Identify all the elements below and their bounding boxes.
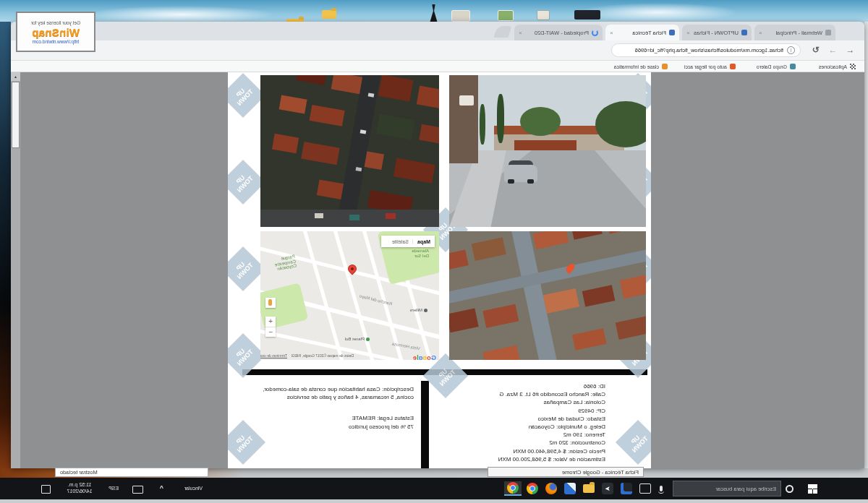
tab-close-icon[interactable]: ×: [759, 30, 762, 36]
desktop-icon-image[interactable]: [451, 10, 470, 22]
scrollbar-up-arrow[interactable]: ▲: [11, 72, 20, 81]
google-logo: Google: [413, 350, 436, 360]
search-placeholder: Escribe aquí para buscar: [716, 486, 776, 492]
satellite-button[interactable]: Satélite: [388, 239, 413, 244]
bookmark-aplicaciones[interactable]: Aplicaciones: [819, 62, 856, 71]
microphone-button[interactable]: [652, 481, 670, 496]
navigation-bar: ← → ↻ i fichas.1gcom.mx/modulos/fichas/s…: [11, 40, 864, 61]
desktop-wallpaper-edge: [0, 22, 11, 478]
desktop-icon-image[interactable]: [498, 10, 514, 21]
zoom-control[interactable]: + −: [265, 317, 276, 337]
tab-close-icon[interactable]: ×: [519, 30, 522, 36]
roof-block: [376, 113, 415, 139]
scrollbar-thumb[interactable]: [12, 82, 20, 148]
clock-date: 14/06/2017: [59, 489, 100, 495]
back-button[interactable]: ←: [846, 45, 854, 55]
google-map[interactable]: Alameda Del Sur Parque Campestre Coyoacá…: [260, 231, 439, 360]
desktop-icon-image[interactable]: [537, 10, 550, 20]
map-terms-link[interactable]: Términos de uso: [260, 353, 287, 358]
winsnap-line1: Get your license key for: [31, 20, 80, 25]
map-poi-millers[interactable]: Millers: [410, 308, 427, 312]
reload-button[interactable]: ↻: [812, 45, 820, 55]
map-park-label: Alameda Del Sur: [412, 249, 429, 258]
detail-line: Estado: Ciudad de México: [428, 415, 605, 423]
roof-block: [582, 285, 616, 306]
firefox-button[interactable]: [542, 481, 560, 496]
tab-webmail[interactable]: Webmail - Principal ×: [754, 25, 835, 40]
photo-balcony: [459, 95, 474, 106]
parked-car: [349, 215, 359, 220]
new-tab-button[interactable]: [493, 26, 511, 38]
desktop-edge-sliver: [864, 22, 868, 478]
roof-block: [570, 231, 603, 240]
start-button[interactable]: [804, 481, 822, 496]
aerial-rotated-layer: [449, 231, 646, 360]
uptown-watermark: UPTOWN: [616, 420, 651, 465]
aerial-photo-pin: [449, 231, 646, 360]
desktop-icon[interactable]: [574, 10, 600, 20]
property-description: Descripción: Casa habitación que consta …: [250, 385, 414, 431]
tray-chevron-icon[interactable]: ^: [160, 484, 163, 491]
tab-propiedad[interactable]: Propiedad - WAIT-D20 ×: [514, 25, 603, 40]
file-explorer-button[interactable]: [580, 481, 597, 496]
tab-close-icon[interactable]: ×: [610, 30, 613, 36]
car-wheel: [508, 179, 514, 184]
clock-time: 11:52 p.m.: [59, 482, 100, 489]
lock-icon: [825, 30, 831, 35]
roof-block: [533, 231, 569, 249]
bookmark-grupo[interactable]: Grupo Dalero: [757, 62, 796, 71]
scrollbar[interactable]: ▲: [11, 72, 20, 468]
roof-block: [482, 345, 520, 360]
tab-label: UPTOWN - Fichas Técn: [693, 30, 739, 36]
chrome-button-active[interactable]: [504, 481, 522, 496]
omnibox[interactable]: i fichas.1gcom.mx/modulos/fichas/show_fi…: [611, 43, 801, 57]
page-info-icon[interactable]: i: [787, 46, 795, 54]
tab-ficha-tecnica-active[interactable]: Ficha Técnica ×: [605, 25, 679, 40]
taskbar-app-blue[interactable]: [561, 481, 579, 496]
tray-link-label[interactable]: Vincular: [184, 486, 203, 491]
zoom-out-button[interactable]: −: [265, 327, 276, 338]
forward-button[interactable]: →: [828, 45, 837, 55]
task-view-button[interactable]: [637, 481, 654, 496]
taskbar-app-mail[interactable]: [618, 481, 635, 496]
screen-bottom-strip: [0, 499, 868, 503]
poi-dot-icon: [424, 309, 427, 312]
bookmark-favicon: [790, 64, 796, 69]
taskbar-clock[interactable]: 11:52 p.m. 14/06/2017: [59, 482, 100, 494]
parked-car: [386, 213, 396, 219]
map-button[interactable]: Mapa: [413, 239, 435, 244]
taskbar-app-pointer[interactable]: ➤: [599, 481, 616, 496]
map-poi-planet-bol[interactable]: Planet Bol: [345, 337, 370, 341]
chrome-icon: [507, 482, 519, 494]
taskbar-search-input[interactable]: Escribe aquí para buscar: [673, 481, 781, 496]
zoom-in-button[interactable]: +: [265, 317, 276, 327]
map-type-control[interactable]: Mapa Satélite: [381, 236, 435, 247]
google-letter: G: [431, 354, 436, 360]
roof-block: [417, 86, 439, 111]
roof-block: [272, 134, 299, 154]
bookmark-clase[interactable]: clase de informatica: [614, 62, 668, 71]
photo-cypress-tree: [497, 94, 504, 143]
winsnap-watermark: Get your license key for WinSnap http://…: [16, 12, 95, 52]
language-indicator[interactable]: ESP: [109, 486, 119, 491]
cortana-button[interactable]: [781, 481, 799, 496]
desktop-icon-folder[interactable]: [322, 10, 336, 19]
action-center-button[interactable]: [41, 485, 51, 494]
touch-keyboard-button[interactable]: [132, 486, 143, 494]
tab-close-icon[interactable]: ×: [686, 30, 690, 36]
street-view-photo: [449, 75, 646, 227]
vertical-divider-bar: [421, 381, 429, 468]
tab-uptown[interactable]: UPTOWN - Fichas Técn ×: [682, 25, 752, 40]
chrome-icon: [527, 483, 538, 494]
apps-grid-icon: [850, 64, 856, 69]
bookmark-label: auto por llegar acci: [684, 64, 727, 69]
bookmark-auto[interactable]: auto por llegar acci: [684, 62, 736, 71]
roof-block: [310, 105, 345, 126]
legal-status-line: Estatus Legal: REMATE: [250, 414, 414, 422]
detail-line: Calle: Rancho Escondido #6 Lt. 3 Mza. G: [428, 390, 605, 398]
chrome-button[interactable]: [524, 481, 541, 496]
notification-icon: [41, 485, 51, 494]
cloud-shape: [87, 6, 275, 23]
map-attribution: Datos de mapas ©2017 Google, INEGI: [291, 353, 354, 358]
pegman-control[interactable]: [265, 298, 276, 308]
